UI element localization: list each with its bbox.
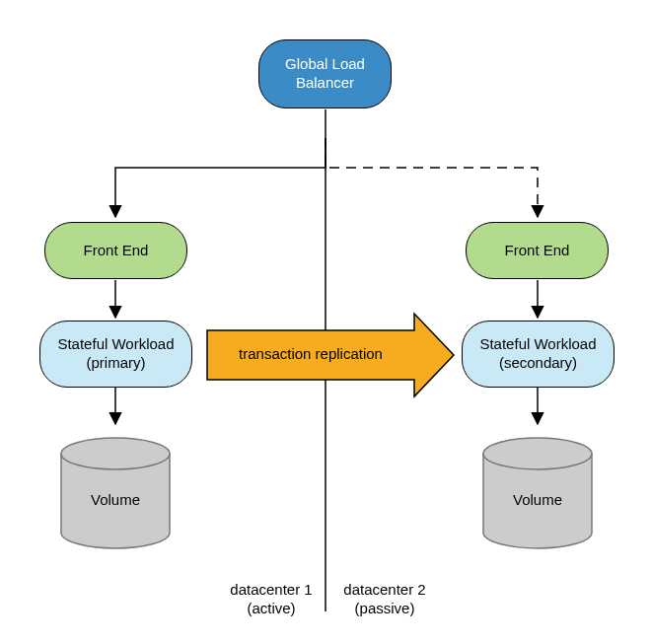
svg-point-5 bbox=[61, 438, 170, 469]
datacenter-1-label: datacenter 1 (active) bbox=[222, 562, 321, 617]
node-front-end-left: Front End bbox=[44, 222, 187, 279]
node-label: Front End bbox=[505, 242, 570, 260]
volume-right-label: Volume bbox=[483, 491, 592, 510]
datacenter-2-label: datacenter 2 (passive) bbox=[335, 562, 434, 617]
node-label: Global Load Balancer bbox=[285, 55, 365, 93]
node-label: Stateful Workload (primary) bbox=[57, 335, 174, 373]
node-workload-primary: Stateful Workload (primary) bbox=[39, 321, 192, 388]
volume-left-label: Volume bbox=[61, 491, 170, 510]
diagram-canvas: Global Load Balancer Front End Front End… bbox=[0, 0, 651, 644]
node-global-load-balancer: Global Load Balancer bbox=[258, 39, 392, 108]
node-front-end-right: Front End bbox=[466, 222, 609, 279]
svg-point-6 bbox=[483, 438, 592, 469]
node-label: Front End bbox=[84, 242, 149, 260]
node-workload-secondary: Stateful Workload (secondary) bbox=[462, 321, 615, 388]
node-label: Stateful Workload (secondary) bbox=[479, 335, 596, 373]
transaction-replication-label: transaction replication bbox=[207, 345, 414, 364]
